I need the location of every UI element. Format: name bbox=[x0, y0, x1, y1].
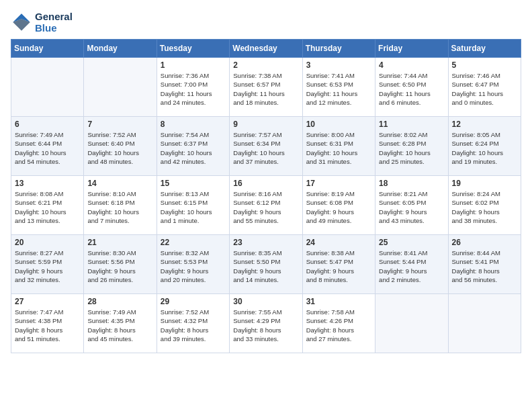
weekday-header: Thursday bbox=[302, 40, 375, 58]
weekday-header: Tuesday bbox=[157, 40, 229, 58]
calendar-cell: 5Sunrise: 7:46 AM Sunset: 6:47 PM Daylig… bbox=[448, 58, 521, 117]
day-number: 16 bbox=[233, 179, 298, 188]
calendar-cell: 7Sunrise: 7:52 AM Sunset: 6:40 PM Daylig… bbox=[84, 117, 157, 176]
day-number: 18 bbox=[379, 179, 444, 188]
day-info: Sunrise: 8:00 AM Sunset: 6:31 PM Dayligh… bbox=[306, 130, 371, 166]
calendar-cell: 17Sunrise: 8:19 AM Sunset: 6:08 PM Dayli… bbox=[302, 176, 375, 235]
day-info: Sunrise: 8:24 AM Sunset: 6:02 PM Dayligh… bbox=[452, 189, 517, 225]
calendar-cell: 26Sunrise: 8:44 AM Sunset: 5:41 PM Dayli… bbox=[448, 235, 521, 294]
day-number: 7 bbox=[87, 120, 152, 129]
day-number: 31 bbox=[306, 297, 371, 306]
weekday-header: Wednesday bbox=[230, 40, 302, 58]
calendar-cell: 15Sunrise: 8:13 AM Sunset: 6:15 PM Dayli… bbox=[157, 176, 229, 235]
day-number: 14 bbox=[87, 179, 152, 188]
day-info: Sunrise: 8:13 AM Sunset: 6:15 PM Dayligh… bbox=[161, 189, 226, 225]
page-header: General Blue bbox=[11, 11, 521, 34]
day-info: Sunrise: 8:27 AM Sunset: 5:59 PM Dayligh… bbox=[15, 248, 80, 284]
day-info: Sunrise: 7:54 AM Sunset: 6:37 PM Dayligh… bbox=[161, 130, 226, 166]
calendar-week-row: 27Sunrise: 7:47 AM Sunset: 4:38 PM Dayli… bbox=[11, 294, 521, 353]
day-info: Sunrise: 8:10 AM Sunset: 6:18 PM Dayligh… bbox=[87, 189, 152, 225]
weekday-header-row: SundayMondayTuesdayWednesdayThursdayFrid… bbox=[11, 40, 521, 58]
logo-icon bbox=[11, 11, 32, 33]
calendar-cell: 29Sunrise: 7:52 AM Sunset: 4:32 PM Dayli… bbox=[157, 294, 229, 353]
day-info: Sunrise: 7:38 AM Sunset: 6:57 PM Dayligh… bbox=[233, 71, 298, 107]
calendar-cell: 3Sunrise: 7:41 AM Sunset: 6:53 PM Daylig… bbox=[302, 58, 375, 117]
calendar-cell: 25Sunrise: 8:41 AM Sunset: 5:44 PM Dayli… bbox=[375, 235, 448, 294]
calendar-cell: 31Sunrise: 7:58 AM Sunset: 4:26 PM Dayli… bbox=[302, 294, 375, 353]
day-number: 27 bbox=[15, 297, 80, 306]
day-number: 19 bbox=[452, 179, 517, 188]
calendar-cell: 9Sunrise: 7:57 AM Sunset: 6:34 PM Daylig… bbox=[230, 117, 302, 176]
day-info: Sunrise: 8:02 AM Sunset: 6:28 PM Dayligh… bbox=[379, 130, 444, 166]
calendar-cell: 12Sunrise: 8:05 AM Sunset: 6:24 PM Dayli… bbox=[448, 117, 521, 176]
day-number: 3 bbox=[306, 60, 371, 70]
day-info: Sunrise: 7:52 AM Sunset: 6:40 PM Dayligh… bbox=[87, 130, 152, 166]
calendar-cell: 22Sunrise: 8:32 AM Sunset: 5:53 PM Dayli… bbox=[157, 235, 229, 294]
day-number: 4 bbox=[379, 60, 444, 70]
calendar-cell bbox=[11, 58, 84, 117]
day-number: 17 bbox=[306, 179, 371, 188]
calendar-cell: 14Sunrise: 8:10 AM Sunset: 6:18 PM Dayli… bbox=[84, 176, 157, 235]
calendar-week-row: 20Sunrise: 8:27 AM Sunset: 5:59 PM Dayli… bbox=[11, 235, 521, 294]
day-info: Sunrise: 8:38 AM Sunset: 5:47 PM Dayligh… bbox=[306, 248, 371, 284]
calendar-cell: 10Sunrise: 8:00 AM Sunset: 6:31 PM Dayli… bbox=[302, 117, 375, 176]
day-info: Sunrise: 8:16 AM Sunset: 6:12 PM Dayligh… bbox=[233, 189, 298, 225]
day-info: Sunrise: 7:52 AM Sunset: 4:32 PM Dayligh… bbox=[161, 308, 226, 343]
day-info: Sunrise: 8:30 AM Sunset: 5:56 PM Dayligh… bbox=[87, 248, 152, 284]
day-number: 28 bbox=[87, 297, 152, 306]
weekday-header: Monday bbox=[84, 40, 157, 58]
day-number: 25 bbox=[379, 238, 444, 247]
calendar-table: SundayMondayTuesdayWednesdayThursdayFrid… bbox=[11, 39, 521, 353]
calendar-cell: 30Sunrise: 7:55 AM Sunset: 4:29 PM Dayli… bbox=[230, 294, 302, 353]
calendar-cell: 11Sunrise: 8:02 AM Sunset: 6:28 PM Dayli… bbox=[375, 117, 448, 176]
calendar-week-row: 13Sunrise: 8:08 AM Sunset: 6:21 PM Dayli… bbox=[11, 176, 521, 235]
calendar-cell: 13Sunrise: 8:08 AM Sunset: 6:21 PM Dayli… bbox=[11, 176, 84, 235]
day-info: Sunrise: 7:47 AM Sunset: 4:38 PM Dayligh… bbox=[15, 308, 80, 343]
calendar-cell: 18Sunrise: 8:21 AM Sunset: 6:05 PM Dayli… bbox=[375, 176, 448, 235]
day-number: 6 bbox=[15, 120, 80, 129]
calendar-cell: 23Sunrise: 8:35 AM Sunset: 5:50 PM Dayli… bbox=[230, 235, 302, 294]
calendar-cell: 2Sunrise: 7:38 AM Sunset: 6:57 PM Daylig… bbox=[230, 58, 302, 117]
day-info: Sunrise: 7:36 AM Sunset: 7:00 PM Dayligh… bbox=[161, 71, 226, 107]
calendar-cell bbox=[84, 58, 157, 117]
day-number: 20 bbox=[15, 238, 80, 247]
calendar-cell: 6Sunrise: 7:49 AM Sunset: 6:44 PM Daylig… bbox=[11, 117, 84, 176]
day-number: 8 bbox=[161, 120, 226, 129]
day-number: 11 bbox=[379, 120, 444, 129]
day-number: 5 bbox=[452, 60, 517, 70]
day-number: 26 bbox=[452, 238, 517, 247]
calendar-cell: 21Sunrise: 8:30 AM Sunset: 5:56 PM Dayli… bbox=[84, 235, 157, 294]
weekday-header: Friday bbox=[375, 40, 448, 58]
day-info: Sunrise: 7:49 AM Sunset: 6:44 PM Dayligh… bbox=[15, 130, 80, 166]
calendar-cell bbox=[448, 294, 521, 353]
calendar-cell: 27Sunrise: 7:47 AM Sunset: 4:38 PM Dayli… bbox=[11, 294, 84, 353]
calendar-cell: 8Sunrise: 7:54 AM Sunset: 6:37 PM Daylig… bbox=[157, 117, 229, 176]
calendar-cell: 19Sunrise: 8:24 AM Sunset: 6:02 PM Dayli… bbox=[448, 176, 521, 235]
day-number: 15 bbox=[161, 179, 226, 188]
calendar-week-row: 1Sunrise: 7:36 AM Sunset: 7:00 PM Daylig… bbox=[11, 58, 521, 117]
day-info: Sunrise: 8:35 AM Sunset: 5:50 PM Dayligh… bbox=[233, 248, 298, 284]
calendar-cell bbox=[375, 294, 448, 353]
day-info: Sunrise: 7:49 AM Sunset: 4:35 PM Dayligh… bbox=[87, 308, 152, 343]
day-info: Sunrise: 8:08 AM Sunset: 6:21 PM Dayligh… bbox=[15, 189, 80, 225]
day-info: Sunrise: 8:21 AM Sunset: 6:05 PM Dayligh… bbox=[379, 189, 444, 225]
day-number: 21 bbox=[87, 238, 152, 247]
calendar-cell: 16Sunrise: 8:16 AM Sunset: 6:12 PM Dayli… bbox=[230, 176, 302, 235]
day-number: 30 bbox=[233, 297, 298, 306]
day-info: Sunrise: 8:41 AM Sunset: 5:44 PM Dayligh… bbox=[379, 248, 444, 284]
logo-text: General Blue bbox=[35, 11, 73, 34]
calendar-cell: 20Sunrise: 8:27 AM Sunset: 5:59 PM Dayli… bbox=[11, 235, 84, 294]
day-info: Sunrise: 7:41 AM Sunset: 6:53 PM Dayligh… bbox=[306, 71, 371, 107]
day-number: 23 bbox=[233, 238, 298, 247]
day-number: 13 bbox=[15, 179, 80, 188]
day-number: 1 bbox=[161, 60, 226, 70]
day-number: 22 bbox=[161, 238, 226, 247]
logo: General Blue bbox=[11, 11, 73, 34]
calendar-cell: 4Sunrise: 7:44 AM Sunset: 6:50 PM Daylig… bbox=[375, 58, 448, 117]
day-info: Sunrise: 8:32 AM Sunset: 5:53 PM Dayligh… bbox=[161, 248, 226, 284]
calendar-cell: 24Sunrise: 8:38 AM Sunset: 5:47 PM Dayli… bbox=[302, 235, 375, 294]
day-number: 29 bbox=[161, 297, 226, 306]
day-number: 9 bbox=[233, 120, 298, 129]
day-info: Sunrise: 7:46 AM Sunset: 6:47 PM Dayligh… bbox=[452, 71, 517, 107]
calendar-cell: 28Sunrise: 7:49 AM Sunset: 4:35 PM Dayli… bbox=[84, 294, 157, 353]
